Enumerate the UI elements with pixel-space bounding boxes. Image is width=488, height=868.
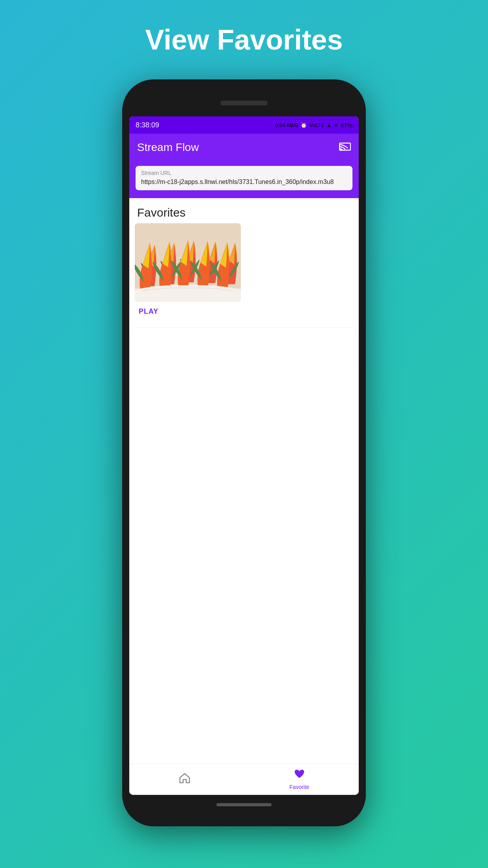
home-icon xyxy=(179,772,191,786)
home-indicator xyxy=(216,803,272,806)
status-data-speed: 0.04 KB/S xyxy=(275,122,298,128)
nav-item-home[interactable] xyxy=(179,772,191,786)
app-bar: Stream Flow xyxy=(129,134,359,161)
status-time: 8:38:09 xyxy=(136,121,159,129)
nav-item-favorite[interactable]: Favorite xyxy=(290,769,310,790)
content-area: Favorites xyxy=(129,198,359,763)
url-label: Stream URL xyxy=(141,170,347,176)
battery-level: 67% xyxy=(341,122,352,129)
thumbnail-container[interactable] xyxy=(135,223,241,302)
volte-badge: VoLTE xyxy=(309,122,324,128)
phone-top-notch xyxy=(129,91,359,115)
favorite-nav-label: Favorite xyxy=(290,784,310,790)
phone-frame: 8:38:09 0.04 KB/S ⏰ VoLTE ▲ ✕ 67% Stream… xyxy=(122,79,366,826)
phone-bottom xyxy=(129,795,359,815)
page-title: View Favorites xyxy=(145,24,343,56)
favorite-card: PLAY xyxy=(129,223,359,327)
favorites-section-title: Favorites xyxy=(129,198,359,223)
svg-point-1 xyxy=(340,149,341,151)
url-field[interactable]: Stream URL https://m-c18-j2apps.s.llnwi.… xyxy=(136,166,352,190)
url-value: https://m-c18-j2apps.s.llnwi.net/hls/373… xyxy=(141,178,347,186)
alarm-icon: ⏰ xyxy=(301,122,307,128)
status-bar: 8:38:09 0.04 KB/S ⏰ VoLTE ▲ ✕ 67% xyxy=(129,116,359,134)
favorite-icon xyxy=(294,769,305,782)
bottom-nav: Favorite xyxy=(129,763,359,795)
phone-speaker xyxy=(220,101,268,105)
wifi-icon: ▲ xyxy=(327,122,332,128)
cast-icon[interactable] xyxy=(339,141,351,154)
signal-icon: ✕ xyxy=(334,122,338,128)
url-container: Stream URL https://m-c18-j2apps.s.llnwi.… xyxy=(129,161,359,198)
phone-screen: 8:38:09 0.04 KB/S ⏰ VoLTE ▲ ✕ 67% Stream… xyxy=(129,116,359,795)
status-icons: 0.04 KB/S ⏰ VoLTE ▲ ✕ 67% xyxy=(275,122,352,129)
card-divider xyxy=(135,327,353,328)
play-button[interactable]: PLAY xyxy=(135,302,353,324)
app-bar-title: Stream Flow xyxy=(137,141,199,154)
